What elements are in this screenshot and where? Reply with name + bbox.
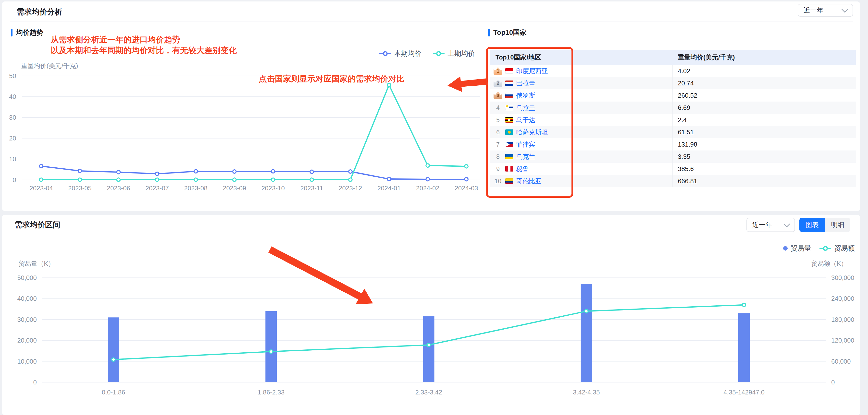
country-link[interactable]: 哈萨克斯坦 xyxy=(516,128,548,137)
left-y-tick-label: 50,000 xyxy=(17,274,37,281)
table-row[interactable]: 4乌拉圭6.69 xyxy=(490,102,856,114)
right-axis-name: 贸易额（K） xyxy=(811,260,847,267)
legend-line-marker xyxy=(433,53,444,54)
accent-bar xyxy=(11,29,12,36)
country-link[interactable]: 乌拉圭 xyxy=(516,104,535,112)
data-point-marker xyxy=(310,170,313,173)
x-tick-label: 0.0-1.86 xyxy=(102,388,125,396)
trade-volume-bar xyxy=(108,317,119,382)
rank-medal-icon: 1 xyxy=(494,67,502,75)
annotation-trend-1: 从需求侧分析近一年的进口均价趋势 xyxy=(51,34,180,45)
header-divider xyxy=(10,22,853,22)
trend-legend: 本期均价上期均价 xyxy=(379,49,475,58)
country-link[interactable]: 巴拉圭 xyxy=(516,79,535,88)
data-point-marker xyxy=(233,178,236,181)
country-link[interactable]: 菲律宾 xyxy=(516,140,535,149)
right-y-tick-label: 60,000 xyxy=(831,358,851,365)
legend-item[interactable]: 贸易量 xyxy=(783,244,811,253)
table-row[interactable]: 1印度尼西亚4.02 xyxy=(490,65,856,77)
table-row[interactable]: 9秘鲁385.6 xyxy=(490,163,856,175)
avg-price-value: 20.74 xyxy=(673,79,856,87)
country-cell: 2巴拉圭 xyxy=(490,77,673,89)
top10-table-body: 1印度尼西亚4.022巴拉圭20.743俄罗斯260.524乌拉圭6.695乌干… xyxy=(490,65,856,187)
dashboard-page: 需求均价分析 近一年 均价趋势 Top10国家 从需求侧分析近一年的进口均价趋势… xyxy=(0,0,868,415)
flag-icon-kazakhstan xyxy=(505,130,513,135)
range-period-select-value: 近一年 xyxy=(752,220,772,229)
table-row[interactable]: 7菲律宾131.98 xyxy=(490,138,856,150)
table-row[interactable]: 2巴拉圭20.74 xyxy=(490,77,856,89)
legend-item[interactable]: 上期均价 xyxy=(433,49,475,58)
country-cell: 7菲律宾 xyxy=(490,138,673,150)
data-point-marker xyxy=(112,358,115,361)
flag-icon-uganda xyxy=(505,117,513,123)
y-tick-label: 10 xyxy=(9,155,16,163)
legend-label: 贸易量 xyxy=(790,244,811,253)
country-cell: 6哈萨克斯坦 xyxy=(490,126,673,138)
avg-price-value: 666.81 xyxy=(673,177,856,185)
data-point-marker xyxy=(310,178,313,181)
country-link[interactable]: 乌克兰 xyxy=(516,152,535,161)
section-top10-title: Top10国家 xyxy=(493,28,527,37)
table-row[interactable]: 3俄罗斯260.52 xyxy=(490,89,856,102)
legend-item[interactable]: 本期均价 xyxy=(379,49,422,58)
right-y-tick-label: 300,000 xyxy=(831,274,854,281)
period-select[interactable]: 近一年 xyxy=(798,4,853,16)
country-link[interactable]: 俄罗斯 xyxy=(516,91,535,100)
chart-view-button[interactable]: 图表 xyxy=(799,218,825,232)
legend-line-marker xyxy=(379,53,391,54)
legend-label: 本期均价 xyxy=(394,49,422,58)
country-link[interactable]: 哥伦比亚 xyxy=(516,177,541,185)
flag-icon-indonesia xyxy=(505,68,513,74)
legend-label: 上期均价 xyxy=(447,49,475,58)
right-y-tick-label: 0 xyxy=(831,379,835,386)
flag-icon-peru xyxy=(505,166,513,172)
trend-chart[interactable]: 01020304050重量均价(美元/千克)2023-042023-052023… xyxy=(0,61,485,196)
right-y-tick-label: 240,000 xyxy=(831,295,854,302)
rank-medal-icon: 3 xyxy=(494,92,502,99)
table-row[interactable]: 5乌干达2.4 xyxy=(490,114,856,126)
avg-price-value: 61.51 xyxy=(673,129,856,136)
data-point-marker xyxy=(78,178,82,181)
left-axis-name: 贸易量（K） xyxy=(19,260,54,267)
x-tick-label: 2023-05 xyxy=(68,184,91,192)
data-point-marker xyxy=(78,169,82,173)
x-tick-label: 2023-09 xyxy=(223,184,246,192)
range-period-select[interactable]: 近一年 xyxy=(746,218,795,232)
col-country-header: Top10国家/地区 xyxy=(490,53,673,62)
x-tick-label: 2023-07 xyxy=(145,184,168,192)
flag-icon-philippines xyxy=(505,142,513,147)
col-price-header: 重量均价(美元/千克) xyxy=(673,53,856,62)
x-tick-label: 3.42-4.35 xyxy=(573,388,600,396)
table-row[interactable]: 8乌克兰3.35 xyxy=(490,150,856,163)
x-tick-label: 1.86-2.33 xyxy=(257,388,284,396)
top10-table: Top10国家/地区 重量均价(美元/千克) 1印度尼西亚4.022巴拉圭20.… xyxy=(490,50,856,187)
country-link[interactable]: 印度尼西亚 xyxy=(516,67,548,75)
data-point-marker xyxy=(117,171,120,174)
country-link[interactable]: 乌干达 xyxy=(516,116,535,124)
detail-view-button[interactable]: 明细 xyxy=(825,218,850,232)
data-point-marker xyxy=(39,178,43,181)
range-legend: 贸易量贸易额 xyxy=(783,244,855,253)
data-point-marker xyxy=(117,178,120,181)
chevron-down-icon xyxy=(841,6,848,13)
x-tick-label: 2023-11 xyxy=(300,184,323,192)
view-toggle: 图表 明细 xyxy=(799,218,850,232)
data-point-marker xyxy=(271,178,275,181)
trade-volume-bar xyxy=(266,311,277,382)
x-tick-label: 2023-08 xyxy=(184,184,207,192)
country-cell: 9秘鲁 xyxy=(490,163,673,175)
table-row[interactable]: 6哈萨克斯坦61.51 xyxy=(490,126,856,138)
range-chart[interactable]: 0010,00060,00020,000120,00030,000180,000… xyxy=(0,260,868,406)
series-line xyxy=(41,166,466,179)
legend-item[interactable]: 贸易额 xyxy=(819,244,855,253)
trade-volume-bar xyxy=(581,284,592,382)
legend-label: 贸易额 xyxy=(834,244,855,253)
country-link[interactable]: 秘鲁 xyxy=(516,165,529,173)
x-tick-label: 2024-02 xyxy=(416,184,439,192)
avg-price-value: 2.4 xyxy=(673,116,856,124)
data-point-marker xyxy=(349,170,352,173)
table-row[interactable]: 10哥伦比亚666.81 xyxy=(490,175,856,187)
data-point-marker xyxy=(388,83,391,87)
avg-price-value: 385.6 xyxy=(673,165,856,173)
country-cell: 4乌拉圭 xyxy=(490,102,673,114)
